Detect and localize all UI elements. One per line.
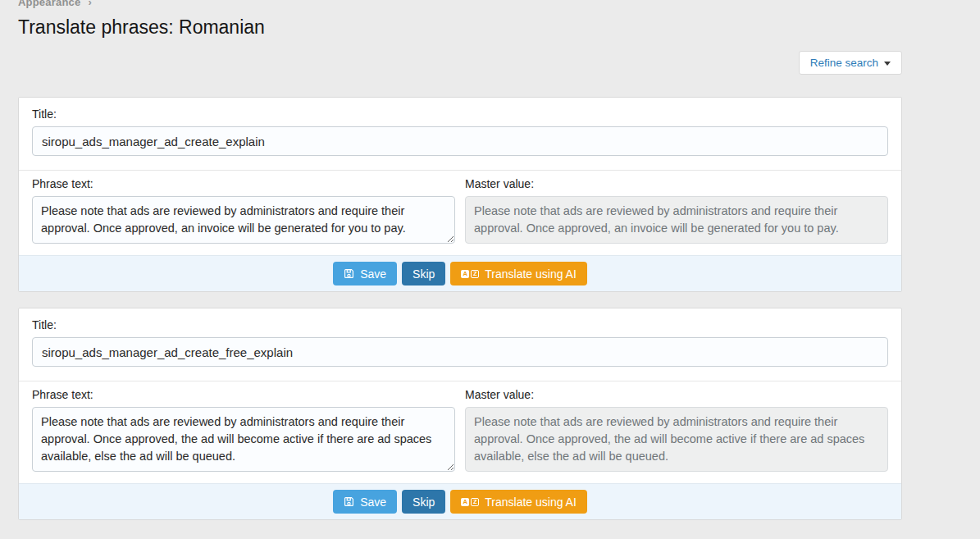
translate-using-ai-label: Translate using AI — [485, 496, 577, 509]
refine-search-label: Refine search — [810, 57, 878, 69]
save-icon — [344, 496, 354, 507]
skip-button[interactable]: Skip — [402, 262, 445, 285]
master-value-column: Master value: Please note that ads are r… — [465, 388, 888, 472]
phrase-text-column: Phrase text: Please note that ads are re… — [32, 177, 455, 244]
title-section: Title: — [19, 98, 901, 170]
translate-using-ai-button[interactable]: A Z Translate using AI — [450, 490, 587, 514]
skip-button-label: Skip — [413, 496, 435, 509]
save-button-label: Save — [360, 496, 386, 509]
skip-button[interactable]: Skip — [402, 490, 445, 514]
phrase-title-input[interactable] — [32, 337, 888, 367]
master-value-label: Master value: — [465, 177, 888, 190]
phrase-title-input[interactable] — [32, 126, 888, 156]
save-icon — [344, 268, 354, 279]
translate-icon: A Z — [461, 270, 479, 278]
master-value-label: Master value: — [465, 388, 888, 401]
title-label: Title: — [32, 318, 888, 331]
master-value-textarea: Please note that ads are reviewed by adm… — [465, 407, 888, 472]
title-section: Title: — [19, 308, 901, 381]
phrase-card: Title: Phrase text: Please note that ads… — [18, 97, 902, 292]
page-content: Appearance › Translate phrases: Romanian… — [18, 0, 902, 520]
toolbar: Refine search — [18, 51, 902, 75]
phrase-text-label: Phrase text: — [32, 177, 455, 190]
chevron-right-icon: › — [88, 0, 92, 8]
phrase-master-row: Phrase text: Please note that ads are re… — [19, 170, 901, 255]
master-value-column: Master value: Please note that ads are r… — [465, 177, 888, 244]
master-value-textarea: Please note that ads are reviewed by adm… — [465, 196, 888, 244]
translate-using-ai-label: Translate using AI — [485, 267, 577, 281]
phrase-text-column: Phrase text: Please note that ads are re… — [32, 388, 455, 472]
phrase-text-label: Phrase text: — [32, 388, 455, 401]
breadcrumb: Appearance › — [18, 0, 902, 8]
title-label: Title: — [32, 107, 888, 121]
page-title: Translate phrases: Romanian — [18, 16, 902, 39]
translate-icon: A Z — [461, 498, 479, 506]
skip-button-label: Skip — [413, 267, 435, 281]
card-actions: Save Skip A Z Translate using AI — [19, 255, 901, 291]
card-actions: Save Skip A Z Translate using AI — [19, 483, 901, 519]
breadcrumb-item-appearance[interactable]: Appearance — [18, 0, 80, 8]
save-button[interactable]: Save — [333, 262, 397, 285]
refine-search-button[interactable]: Refine search — [799, 51, 902, 75]
phrase-card: Title: Phrase text: Please note that ads… — [18, 308, 902, 520]
save-button-label: Save — [360, 267, 386, 281]
chevron-down-icon — [884, 62, 891, 66]
phrase-master-row: Phrase text: Please note that ads are re… — [19, 381, 901, 483]
phrase-text-textarea[interactable]: Please note that ads are reviewed by adm… — [32, 196, 455, 244]
translate-using-ai-button[interactable]: A Z Translate using AI — [450, 262, 587, 285]
phrase-text-textarea[interactable]: Please note that ads are reviewed by adm… — [32, 407, 455, 472]
save-button[interactable]: Save — [333, 490, 397, 514]
